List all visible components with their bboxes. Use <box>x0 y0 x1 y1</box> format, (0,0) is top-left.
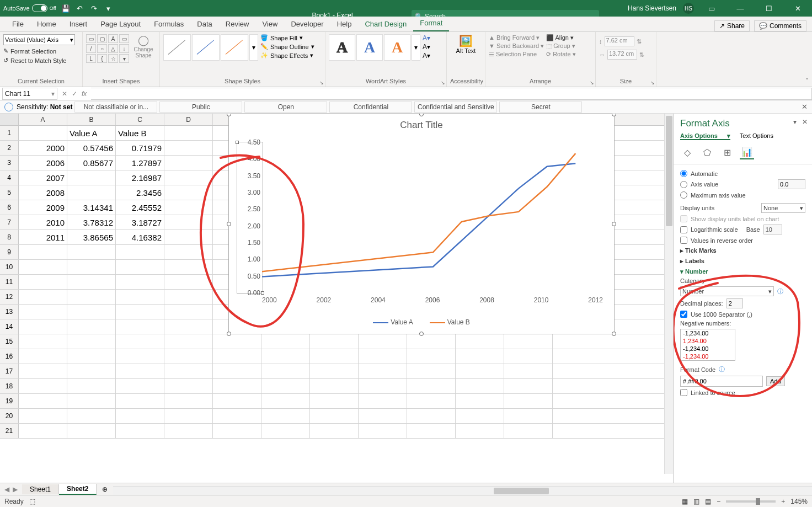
vertical-scrollbar[interactable] <box>664 114 673 474</box>
radio-automatic[interactable] <box>680 170 687 177</box>
cell[interactable]: Value A <box>67 126 116 140</box>
row-header-10[interactable]: 10 <box>0 260 19 274</box>
cell[interactable] <box>116 275 164 289</box>
cell[interactable] <box>456 379 504 393</box>
cell[interactable] <box>19 379 67 393</box>
cell[interactable]: 2007 <box>19 170 67 185</box>
negative-numbers-list[interactable]: -1,234.00 1,234.00 -1,234.00 -1,234.00 <box>680 329 735 361</box>
format-selection-button[interactable]: ✎ Format Selection <box>3 47 56 55</box>
cell[interactable] <box>19 364 67 378</box>
accept-formula-icon[interactable]: ✓ <box>72 90 77 98</box>
cell[interactable]: 3.14341 <box>67 200 116 215</box>
sensitivity-secret[interactable]: Secret <box>499 102 582 113</box>
axis-options-tab[interactable]: Axis Options ▾ <box>680 132 730 140</box>
cell[interactable]: Value B <box>116 126 164 140</box>
row-header-18[interactable]: 18 <box>0 379 19 393</box>
cell[interactable] <box>164 156 213 170</box>
shape-style-gallery[interactable]: ▾ <box>163 34 258 61</box>
cell[interactable] <box>407 334 456 349</box>
cell[interactable] <box>116 305 164 319</box>
cell[interactable] <box>261 334 310 349</box>
cell[interactable] <box>116 319 164 334</box>
save-icon[interactable]: 💾 <box>61 4 71 13</box>
cell[interactable]: 0.57456 <box>67 141 116 155</box>
chart-element-selector[interactable]: Vertical (Value) Axis▾ <box>3 34 75 45</box>
cell[interactable]: 0.85677 <box>67 156 116 170</box>
cell[interactable] <box>310 334 359 349</box>
sensitivity-open[interactable]: Open <box>244 102 327 113</box>
row-header-6[interactable]: 6 <box>0 200 19 215</box>
cell[interactable] <box>19 349 67 364</box>
redo-icon[interactable]: ↷ <box>89 4 99 13</box>
cell[interactable] <box>213 334 261 349</box>
panel-close-icon[interactable]: ✕ <box>802 118 808 126</box>
alt-text-button[interactable]: 🖼️ Alt Text <box>456 34 476 54</box>
cell[interactable] <box>19 260 67 274</box>
cell[interactable] <box>261 379 310 393</box>
cell[interactable] <box>213 394 261 408</box>
cell[interactable] <box>504 349 553 364</box>
arrange-launcher-icon[interactable]: ↘ <box>590 80 594 86</box>
chart-y-axis[interactable]: 0.000.501.001.502.002.503.003.504.004.50 <box>237 142 263 293</box>
cell[interactable] <box>19 409 67 423</box>
wordart-launcher-icon[interactable]: ↘ <box>441 80 445 86</box>
cell[interactable] <box>164 379 213 393</box>
cell[interactable] <box>504 364 553 378</box>
cell[interactable] <box>456 364 504 378</box>
tab-review[interactable]: Review <box>219 17 256 31</box>
cell[interactable] <box>456 424 504 438</box>
cell[interactable] <box>116 290 164 304</box>
sensitivity-not-classifiable[interactable]: Not classifiable or in... <box>74 102 157 113</box>
cell[interactable] <box>359 394 407 408</box>
user-name[interactable]: Hans Sievertsen <box>628 4 676 12</box>
row-header-16[interactable]: 16 <box>0 349 19 364</box>
shape-fill-button[interactable]: 🪣 Shape Fill ▾ <box>260 34 314 41</box>
cell[interactable] <box>310 349 359 364</box>
cell[interactable] <box>116 394 164 408</box>
tab-formulas[interactable]: Formulas <box>147 17 190 31</box>
cell[interactable]: 3.78312 <box>67 215 116 230</box>
text-options-tab[interactable]: Text Options <box>740 132 773 139</box>
row-header-9[interactable]: 9 <box>0 245 19 259</box>
section-number[interactable]: ▾ Number <box>680 268 805 275</box>
shapes-gallery[interactable]: ▭▢A▭ /○△↓ L{☆▾ <box>86 34 129 63</box>
row-header-21[interactable]: 21 <box>0 424 19 438</box>
shape-styles-launcher-icon[interactable]: ↘ <box>319 80 324 86</box>
cell[interactable] <box>407 349 456 364</box>
cell[interactable] <box>359 334 407 349</box>
cell[interactable] <box>407 394 456 408</box>
text-effects-icon[interactable]: A▾ <box>423 52 430 60</box>
sensitivity-close-icon[interactable]: ✕ <box>802 103 808 111</box>
cell[interactable] <box>67 170 116 185</box>
size-props-icon[interactable]: ⊞ <box>720 145 734 159</box>
cell[interactable] <box>116 424 164 438</box>
cell[interactable] <box>310 364 359 378</box>
cell[interactable] <box>67 290 116 304</box>
cell[interactable] <box>407 424 456 438</box>
cell[interactable] <box>164 260 213 274</box>
radio-max-value[interactable] <box>680 191 687 199</box>
cell[interactable] <box>67 319 116 334</box>
col-header-A[interactable]: A <box>19 114 67 125</box>
col-header-B[interactable]: B <box>67 114 116 125</box>
cell[interactable] <box>116 409 164 423</box>
collapse-ribbon-icon[interactable]: ˄ <box>805 77 809 84</box>
cell[interactable]: 2.45552 <box>116 200 164 215</box>
zoom-level[interactable]: 145% <box>790 498 808 505</box>
cell[interactable] <box>19 290 67 304</box>
cell[interactable] <box>164 394 213 408</box>
cell[interactable] <box>164 319 213 334</box>
cell[interactable] <box>67 394 116 408</box>
row-header-3[interactable]: 3 <box>0 156 19 170</box>
cell[interactable] <box>19 319 67 334</box>
sheet-tab-sheet1[interactable]: Sheet1 <box>22 484 59 494</box>
section-labels[interactable]: ▸ Labels <box>680 258 805 265</box>
format-code-input[interactable] <box>680 376 763 387</box>
cell[interactable] <box>310 379 359 393</box>
row-header-19[interactable]: 19 <box>0 394 19 408</box>
cell[interactable] <box>213 379 261 393</box>
cell[interactable] <box>19 334 67 349</box>
cell[interactable] <box>310 394 359 408</box>
number-category-select[interactable]: Number▾ <box>680 286 774 296</box>
cell[interactable] <box>67 409 116 423</box>
